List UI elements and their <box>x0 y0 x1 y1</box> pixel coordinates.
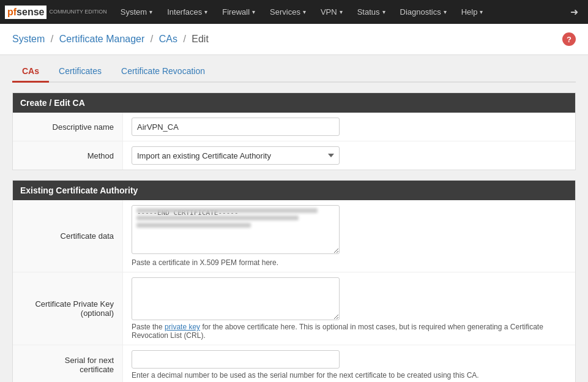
private-key-hint: Paste the private key for the above cert… <box>132 323 567 340</box>
create-edit-ca-section: Create / Edit CA Descriptive name Method… <box>12 92 576 170</box>
diagnostics-caret <box>444 9 447 15</box>
breadcrumb-system[interactable]: System <box>12 34 45 44</box>
sep3: / <box>183 34 185 44</box>
serial-hint: Enter a decimal number to be used as the… <box>132 371 567 380</box>
logo-pf: pf <box>7 7 17 18</box>
private-key-field: Paste the private key for the above cert… <box>123 272 575 345</box>
descriptive-name-label: Descriptive name <box>13 113 123 141</box>
certificate-data-textarea[interactable]: -----END CERTIFICATE----- <box>132 205 340 254</box>
nav-items: System Interfaces Firewall Services VPN … <box>113 0 565 24</box>
services-caret <box>303 9 306 15</box>
nav-help[interactable]: Help <box>454 0 491 24</box>
nav-interfaces[interactable]: Interfaces <box>160 0 215 24</box>
nav-right: ➜ <box>565 6 583 18</box>
main-content: CAs Certificates Certificate Revocation … <box>0 55 588 382</box>
vpn-caret <box>340 9 343 15</box>
breadcrumb-bar: System / Certificate Manager / CAs / Edi… <box>0 24 588 55</box>
serial-input[interactable] <box>132 350 340 369</box>
cert-textarea-wrapper: -----END CERTIFICATE----- <box>132 205 340 256</box>
breadcrumb: System / Certificate Manager / CAs / Edi… <box>12 34 209 45</box>
private-key-textarea[interactable] <box>132 277 340 320</box>
navbar: pfsense COMMUNITY EDITION System Interfa… <box>0 0 588 24</box>
nav-diagnostics[interactable]: Diagnostics <box>393 0 454 24</box>
private-key-label: Certificate Private Key(optional) <box>13 272 123 345</box>
method-select[interactable]: Import an existing Certificate Authority… <box>132 146 340 165</box>
certificate-data-label: Certificate data <box>13 200 123 272</box>
nav-vpn[interactable]: VPN <box>313 0 350 24</box>
help-caret <box>480 9 483 15</box>
sep1: / <box>51 34 53 44</box>
certificate-data-field: -----END CERTIFICATE----- Paste a certif… <box>123 200 575 272</box>
logo-sense: sense <box>17 7 44 18</box>
private-key-link[interactable]: private key <box>165 323 200 331</box>
descriptive-name-input[interactable] <box>132 118 340 136</box>
sep2: / <box>151 34 153 44</box>
help-button[interactable]: ? <box>562 32 576 46</box>
status-caret <box>382 9 385 15</box>
create-edit-ca-header: Create / Edit CA <box>13 93 575 113</box>
nav-status[interactable]: Status <box>350 0 393 24</box>
breadcrumb-edit: Edit <box>192 34 209 44</box>
nav-services[interactable]: Services <box>262 0 313 24</box>
private-key-row: Certificate Private Key(optional) Paste … <box>13 272 575 345</box>
interfaces-caret <box>204 9 207 15</box>
breadcrumb-cas[interactable]: CAs <box>159 34 177 44</box>
nav-firewall[interactable]: Firewall <box>215 0 262 24</box>
descriptive-name-field <box>123 113 575 141</box>
certificate-data-row: Certificate data -----END CERTIFICATE---… <box>13 200 575 272</box>
existing-ca-section: Existing Certificate Authority Certifica… <box>12 180 576 382</box>
serial-label: Serial for nextcertificate <box>13 345 123 382</box>
method-field: Import an existing Certificate Authority… <box>123 141 575 170</box>
logo-box: pfsense <box>5 6 47 19</box>
method-label: Method <box>13 141 123 170</box>
serial-row: Serial for nextcertificate Enter a decim… <box>13 345 575 382</box>
tab-certificate-revocation[interactable]: Certificate Revocation <box>111 61 215 83</box>
edition-label: COMMUNITY EDITION <box>49 9 106 15</box>
existing-ca-header: Existing Certificate Authority <box>13 181 575 200</box>
tab-cas[interactable]: CAs <box>12 61 49 83</box>
tab-certificates[interactable]: Certificates <box>49 61 111 83</box>
firewall-caret <box>252 9 255 15</box>
nav-system[interactable]: System <box>113 0 160 24</box>
tabs: CAs Certificates Certificate Revocation <box>12 61 576 83</box>
serial-field: Enter a decimal number to be used as the… <box>123 345 575 382</box>
brand-logo: pfsense COMMUNITY EDITION <box>5 6 107 19</box>
breadcrumb-cert-manager[interactable]: Certificate Manager <box>59 34 145 44</box>
nav-logout-icon[interactable]: ➜ <box>565 6 583 18</box>
system-caret <box>149 9 152 15</box>
method-row: Method Import an existing Certificate Au… <box>13 141 575 170</box>
descriptive-name-row: Descriptive name <box>13 113 575 141</box>
certificate-data-hint: Paste a certificate in X.509 PEM format … <box>132 258 567 267</box>
